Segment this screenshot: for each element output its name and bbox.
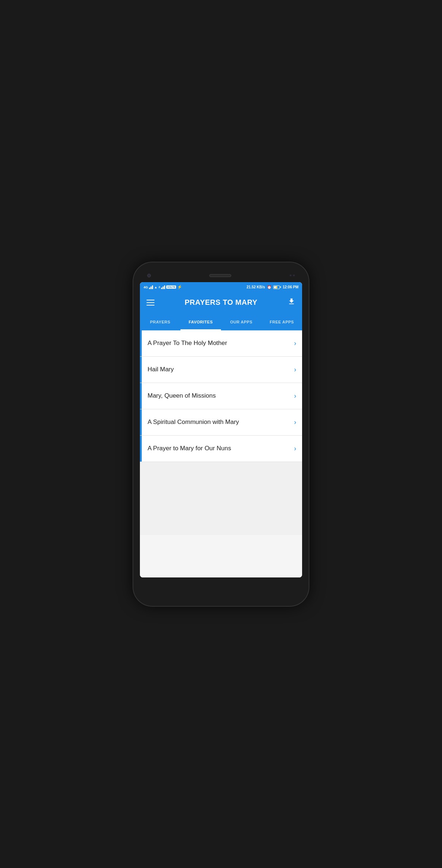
left-bar-accent bbox=[140, 409, 142, 435]
tab-free-apps[interactable]: FREE APPS bbox=[262, 313, 302, 330]
left-bar-accent bbox=[140, 357, 142, 383]
prayer-title-1: A Prayer To The Holy Mother bbox=[148, 333, 288, 353]
tab-our-apps[interactable]: OUR APPS bbox=[221, 313, 262, 330]
list-item[interactable]: A Spiritual Communion with Mary › bbox=[140, 409, 302, 436]
list-item[interactable]: A Prayer to Mary for Our Nuns › bbox=[140, 436, 302, 462]
phone-screen: 4G ▲ 2 VOLTE ⚡ 21.52 KB/s ⏰ bbox=[140, 282, 302, 577]
left-bar-accent bbox=[140, 330, 142, 356]
prayer-title-2: Hail Mary bbox=[148, 359, 288, 380]
tab-prayers[interactable]: PRAYERS bbox=[140, 313, 180, 330]
phone-top-bar bbox=[140, 269, 302, 282]
hamburger-button[interactable] bbox=[145, 298, 156, 307]
tab-favorites[interactable]: FAVORITES bbox=[180, 313, 221, 330]
chevron-right-icon: › bbox=[288, 340, 302, 347]
phone-bottom bbox=[140, 577, 302, 599]
tab-bar: PRAYERS FAVORITES OUR APPS FREE APPS bbox=[140, 313, 302, 330]
prayer-list: A Prayer To The Holy Mother › Hail Mary … bbox=[140, 330, 302, 462]
signal-2 bbox=[161, 285, 165, 289]
prayer-title-5: A Prayer to Mary for Our Nuns bbox=[148, 438, 288, 459]
sensors bbox=[290, 274, 295, 276]
sensor-2 bbox=[293, 274, 295, 276]
chevron-right-icon: › bbox=[288, 392, 302, 400]
signal-sep: ▲ bbox=[154, 285, 157, 289]
download-button[interactable] bbox=[286, 296, 297, 309]
sensor-1 bbox=[290, 274, 292, 276]
app-title: PRAYERS TO MARY bbox=[184, 298, 257, 307]
front-camera bbox=[147, 274, 151, 277]
sim-2: 2 bbox=[159, 285, 160, 289]
status-left: 4G ▲ 2 VOLTE ⚡ bbox=[144, 285, 182, 289]
left-bar-accent bbox=[140, 383, 142, 409]
usb-icon: ⚡ bbox=[177, 285, 182, 289]
prayer-title-3: Mary, Queen of Missions bbox=[148, 386, 288, 406]
speaker bbox=[209, 274, 231, 277]
status-right: 21.52 KB/s ⏰ ⚡ 12:06 PM bbox=[247, 285, 298, 289]
battery-icon: ⚡ bbox=[273, 285, 281, 289]
chevron-right-icon: › bbox=[288, 418, 302, 426]
app-bar: PRAYERS TO MARY bbox=[140, 292, 302, 313]
list-item[interactable]: Mary, Queen of Missions › bbox=[140, 383, 302, 409]
volte-badge: VOLTE bbox=[166, 285, 176, 289]
download-icon bbox=[287, 297, 296, 306]
left-bar-accent bbox=[140, 436, 142, 462]
list-item[interactable]: A Prayer To The Holy Mother › bbox=[140, 330, 302, 357]
list-item[interactable]: Hail Mary › bbox=[140, 357, 302, 383]
network-speed: 21.52 KB/s bbox=[247, 285, 265, 289]
chevron-right-icon: › bbox=[288, 445, 302, 452]
signal-1 bbox=[149, 285, 153, 289]
chevron-right-icon: › bbox=[288, 366, 302, 374]
status-bar: 4G ▲ 2 VOLTE ⚡ 21.52 KB/s ⏰ bbox=[140, 282, 302, 292]
phone-frame: 4G ▲ 2 VOLTE ⚡ 21.52 KB/s ⏰ bbox=[133, 262, 309, 606]
alarm-icon: ⏰ bbox=[267, 285, 271, 289]
prayer-title-4: A Spiritual Communion with Mary bbox=[148, 412, 288, 432]
clock: 12:06 PM bbox=[283, 285, 298, 289]
network-type: 4G bbox=[144, 285, 148, 289]
empty-area bbox=[140, 462, 302, 535]
content-area: A Prayer To The Holy Mother › Hail Mary … bbox=[140, 330, 302, 577]
charging-icon: ⚡ bbox=[275, 285, 278, 289]
